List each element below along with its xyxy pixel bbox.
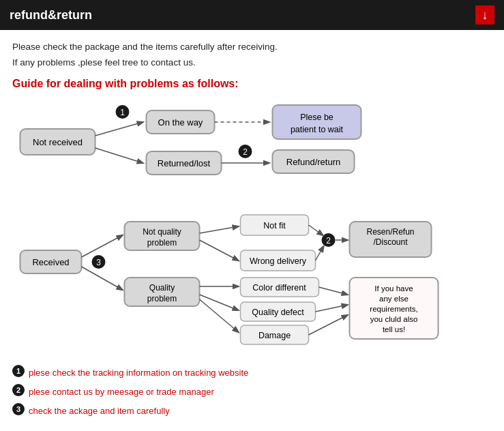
svg-text:Received: Received <box>32 257 69 267</box>
svg-text:Returned/lost: Returned/lost <box>158 158 211 168</box>
svg-line-54 <box>319 287 348 295</box>
footnote-text-3: check the ackage and item carefully <box>29 402 170 420</box>
footnote-num-1: 1 <box>12 365 25 377</box>
svg-line-24 <box>82 267 123 290</box>
footnote-num-3: 3 <box>12 403 25 415</box>
footnote-item-1: 1 plese check the tracking information o… <box>12 364 492 382</box>
top-flow-diagram: Not received 1 On the way Plese be patie… <box>12 98 492 187</box>
svg-line-28 <box>200 226 239 233</box>
svg-line-29 <box>200 240 239 261</box>
footnote-item-3: 3 check the ackage and item carefully <box>12 402 492 420</box>
svg-text:problem: problem <box>147 238 177 248</box>
intro-line1: Please check the package and the items c… <box>12 40 492 55</box>
svg-line-3 <box>95 148 143 163</box>
svg-text:Damage: Damage <box>258 331 291 340</box>
header-title: refund&return <box>10 8 92 23</box>
svg-text:Not fit: Not fit <box>263 221 286 231</box>
svg-text:tell us!: tell us! <box>383 325 405 333</box>
intro-line2: If any problems ,plese feel tree to cont… <box>12 55 492 71</box>
svg-line-55 <box>316 305 348 312</box>
svg-text:requirements,: requirements, <box>370 305 417 313</box>
svg-text:If you have: If you have <box>374 284 413 293</box>
svg-text:Color different: Color different <box>252 283 306 293</box>
svg-text:Plese be: Plese be <box>300 113 333 122</box>
svg-text:problem: problem <box>147 294 177 303</box>
svg-line-38 <box>200 295 239 310</box>
diagram-area: Not received 1 On the way Plese be patie… <box>0 98 504 355</box>
svg-text:2: 2 <box>243 147 248 157</box>
svg-text:Quality defect: Quality defect <box>252 308 304 317</box>
svg-text:Quality: Quality <box>149 283 175 293</box>
svg-line-2 <box>95 122 143 136</box>
svg-text:/Discount: /Discount <box>373 237 408 247</box>
intro-section: Please check the package and the items c… <box>0 30 504 74</box>
svg-line-48 <box>309 225 323 235</box>
guide-title: Guide for dealing with problems as follo… <box>0 74 504 98</box>
svg-text:On the way: On the way <box>158 117 203 128</box>
svg-line-49 <box>316 246 324 261</box>
footnotes-section: 1 plese check the tracking information o… <box>0 355 504 428</box>
footnote-num-2: 2 <box>12 384 25 396</box>
svg-line-23 <box>82 235 123 257</box>
svg-line-39 <box>200 299 239 332</box>
footnote-text-2: plese contact us by meesage or trade man… <box>29 383 214 401</box>
svg-text:you cluld also: you cluld also <box>370 315 418 323</box>
svg-text:Not received: Not received <box>33 137 83 147</box>
footnote-item-2: 2 plese contact us by meesage or trade m… <box>12 383 492 401</box>
svg-text:any else: any else <box>379 295 409 303</box>
svg-text:1: 1 <box>120 108 125 117</box>
svg-text:3: 3 <box>96 258 101 267</box>
header-arrow: ↓ <box>475 5 494 25</box>
bottom-flow-diagram: Received 3 Not quality problem Not fit W… <box>12 189 492 346</box>
svg-text:Resen/Refun: Resen/Refun <box>366 227 414 237</box>
header-bar: refund&return ↓ <box>0 0 504 30</box>
footnote-text-1: plese check the tracking information on … <box>29 364 248 382</box>
svg-text:2: 2 <box>326 236 331 246</box>
svg-text:Wrong delivery: Wrong delivery <box>250 256 307 266</box>
svg-text:Not quality: Not quality <box>143 227 181 237</box>
svg-text:Refund/return: Refund/return <box>286 157 341 167</box>
svg-text:patient to wait: patient to wait <box>291 125 344 134</box>
